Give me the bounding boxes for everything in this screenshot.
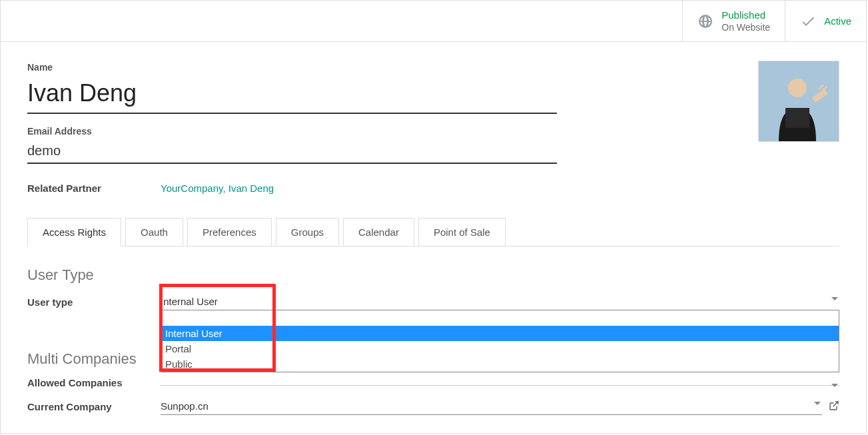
name-label: Name <box>27 62 839 73</box>
user-type-select[interactable]: Internal User Internal User Portal Publi… <box>161 293 839 310</box>
published-main-label: Published <box>721 9 770 22</box>
published-status-button[interactable]: Published On Website <box>682 1 785 41</box>
email-label: Email Address <box>27 126 839 137</box>
active-label: Active <box>824 15 851 27</box>
related-partner-label: Related Partner <box>27 183 161 194</box>
published-sub-label: On Website <box>721 21 770 33</box>
tab-preferences[interactable]: Preferences <box>187 218 272 246</box>
user-type-selected-value: Internal User <box>161 296 218 307</box>
user-type-dropdown: Internal User Portal Public <box>161 310 839 372</box>
allowed-companies-label: Allowed Companies <box>27 377 161 388</box>
name-input[interactable] <box>27 77 557 114</box>
form-content: Name Email Address Related Partner YourC… <box>1 42 866 431</box>
related-partner-link[interactable]: YourCompany, Ivan Deng <box>161 183 274 194</box>
related-partner-row: Related Partner YourCompany, Ivan Deng <box>27 183 839 194</box>
svg-point-1 <box>788 79 807 97</box>
tab-access-rights[interactable]: Access Rights <box>27 218 121 246</box>
dropdown-option-public[interactable]: Public <box>161 356 839 372</box>
user-type-row: User type Internal User Internal User Po… <box>27 293 839 310</box>
chevron-down-icon <box>814 402 821 405</box>
tab-groups[interactable]: Groups <box>276 218 339 246</box>
user-form-container: Published On Website Active Name Em <box>0 0 867 434</box>
avatar-image <box>759 61 839 141</box>
active-status-button[interactable]: Active <box>785 1 866 41</box>
user-type-section-title: User Type <box>27 266 839 284</box>
chevron-down-icon <box>831 384 838 387</box>
avatar[interactable] <box>758 61 839 142</box>
tabs: Access Rights Oauth Preferences Groups C… <box>27 218 839 246</box>
tab-pos[interactable]: Point of Sale <box>418 218 506 246</box>
chevron-down-icon <box>831 297 838 300</box>
allowed-companies-row: Allowed Companies <box>27 377 839 388</box>
check-icon <box>800 13 816 29</box>
user-type-label: User type <box>27 296 161 308</box>
globe-icon <box>697 13 713 29</box>
tab-calendar[interactable]: Calendar <box>343 218 414 246</box>
current-company-select[interactable]: Sunpop.cn <box>161 398 822 415</box>
tab-oauth[interactable]: Oauth <box>125 218 183 246</box>
current-company-row: Current Company Sunpop.cn <box>27 398 839 415</box>
dropdown-option-portal[interactable]: Portal <box>161 341 839 356</box>
current-company-label: Current Company <box>27 401 161 412</box>
current-company-value: Sunpop.cn <box>161 400 209 412</box>
status-bar: Published On Website Active <box>1 1 866 42</box>
dropdown-blank-option[interactable] <box>161 310 839 326</box>
email-input[interactable] <box>27 141 557 164</box>
allowed-companies-select[interactable] <box>161 380 839 386</box>
external-link-icon[interactable] <box>829 400 839 413</box>
svg-rect-2 <box>785 108 809 128</box>
published-text: Published On Website <box>721 9 770 34</box>
name-field: Name <box>27 62 839 114</box>
email-field: Email Address <box>27 126 839 164</box>
dropdown-option-internal[interactable]: Internal User <box>161 326 839 341</box>
